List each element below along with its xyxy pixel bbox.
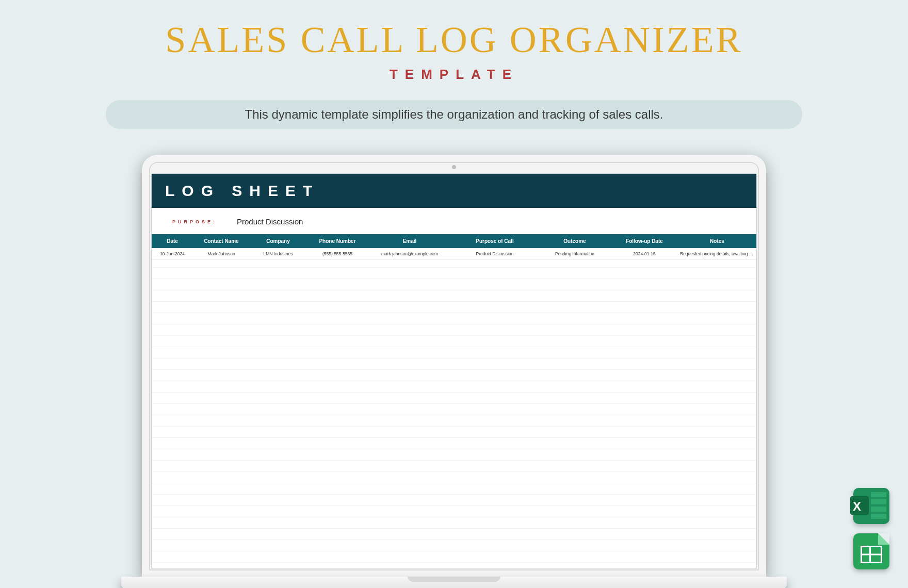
laptop-mockup: LOG SHEET PURPOSE: Product Discussion Da…: [121, 155, 787, 588]
page-subtitle: TEMPLATE: [0, 67, 908, 83]
cell-notes: Requested pricing details, awaiting resp…: [678, 251, 756, 256]
purpose-label: PURPOSE:: [172, 219, 217, 224]
col-company: Company: [250, 238, 306, 244]
col-date: Date: [152, 238, 193, 244]
google-sheets-icon[interactable]: [853, 533, 889, 569]
col-notes: Notes: [678, 238, 756, 244]
camera-icon: [452, 165, 456, 169]
purpose-row: PURPOSE: Product Discussion: [152, 208, 756, 234]
sheet-title-bar: LOG SHEET: [152, 174, 756, 208]
cell-outcome: Pending Information: [539, 251, 611, 256]
cell-email: mark.johnson@example.com: [368, 251, 451, 256]
purpose-value: Product Discussion: [237, 217, 303, 226]
col-phone: Phone Number: [306, 238, 368, 244]
cell-followup: 2024-01-15: [611, 251, 678, 256]
spreadsheet-canvas: LOG SHEET PURPOSE: Product Discussion Da…: [151, 173, 757, 568]
page-title: SALES CALL LOG ORGANIZER: [0, 19, 908, 61]
laptop-notch: [408, 577, 500, 582]
cell-purpose: Product Discussion: [451, 251, 539, 256]
col-email: Email: [368, 238, 451, 244]
cell-contact: Mark Johnson: [193, 251, 250, 256]
excel-x-glyph: X: [853, 499, 861, 514]
empty-grid-lines: [152, 256, 756, 568]
cell-phone: (555) 555-5555: [306, 251, 368, 256]
app-icons-group: X: [853, 488, 889, 569]
col-contact: Contact Name: [193, 238, 250, 244]
laptop-screen-frame: LOG SHEET PURPOSE: Product Discussion Da…: [142, 155, 766, 578]
col-purpose: Purpose of Call: [451, 238, 539, 244]
sheets-fold-icon: [878, 533, 889, 545]
cell-date: 10-Jan-2024: [152, 251, 193, 256]
laptop-base: [121, 577, 787, 588]
cell-company: LMN Industries: [250, 251, 306, 256]
col-followup: Follow-up Date: [611, 238, 678, 244]
excel-bars-icon: [871, 492, 886, 521]
sheets-grid-icon: [861, 546, 882, 563]
tagline-pill: This dynamic template simplifies the org…: [106, 100, 802, 129]
column-header-row: Date Contact Name Company Phone Number E…: [152, 234, 756, 248]
excel-icon[interactable]: X: [853, 488, 889, 524]
col-outcome: Outcome: [539, 238, 611, 244]
